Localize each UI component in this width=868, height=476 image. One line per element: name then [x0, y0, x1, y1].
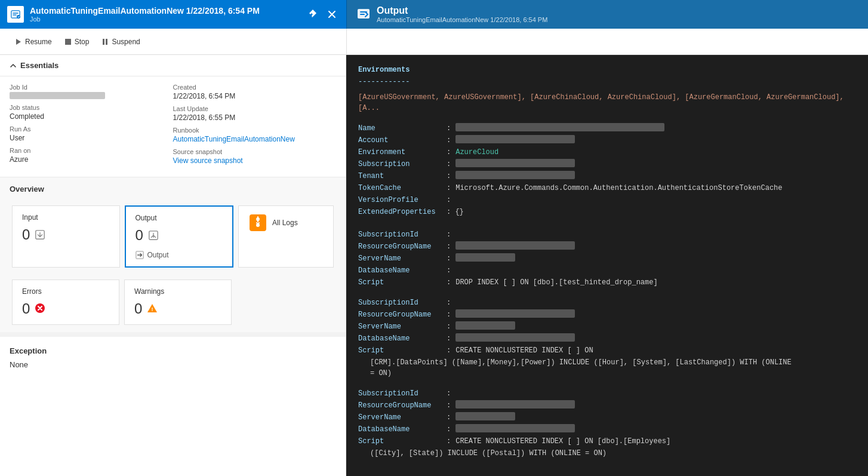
- window-title: AutomaticTuningEmailAutomationNew 1/22/2…: [30, 6, 260, 16]
- server-3-line: ServerName :: [358, 412, 856, 423]
- warnings-card[interactable]: Warnings 0 !: [124, 280, 232, 325]
- name-key: Name: [358, 123, 442, 134]
- window-subtitle: Job: [30, 16, 260, 23]
- overview-cards: Input 0 Output 0: [0, 198, 346, 275]
- all-logs-card[interactable]: All Logs: [238, 205, 334, 268]
- server-3-key: ServerName: [358, 412, 442, 423]
- sub-id-2-key: SubscriptionId: [358, 297, 442, 308]
- right-header: Output AutomaticTuningEmailAutomationNew…: [346, 0, 868, 29]
- script-3-line2: ([City], [State]) INCLUDE ([Postal]) WIT…: [370, 448, 856, 459]
- last-update-value: 1/22/2018, 6:55 PM: [173, 113, 337, 122]
- db-2-line: DatabaseName :: [358, 333, 856, 344]
- exception-value: None: [10, 360, 336, 369]
- job-icon: [7, 6, 24, 23]
- close-button[interactable]: [325, 7, 339, 22]
- rg-1-key: ResourceGroupName: [358, 241, 442, 252]
- last-update-label: Last Update: [173, 105, 337, 112]
- db-group-1: SubscriptionId : ResourceGroupName : Ser…: [358, 229, 856, 288]
- ran-on-label: Ran on: [10, 147, 173, 154]
- toolbar: Resume Stop Suspend: [0, 29, 346, 55]
- svg-rect-7: [106, 39, 107, 45]
- output-count: 0: [136, 227, 143, 244]
- resume-button[interactable]: Resume: [10, 34, 57, 50]
- rg-3-line: ResourceGroupName :: [358, 400, 856, 411]
- errors-warnings-row: Errors 0 Warnings 0 !: [0, 275, 346, 332]
- script-1-key: Script: [358, 277, 442, 288]
- extended-props-line: ExtendedProperties : {}: [358, 207, 856, 217]
- input-card[interactable]: Input 0: [12, 205, 120, 268]
- errors-card[interactable]: Errors 0: [12, 280, 119, 325]
- output-sub-icon: [136, 251, 144, 259]
- account-key: Account: [358, 135, 442, 146]
- db-2-value: [455, 333, 575, 342]
- server-1-value: [455, 253, 515, 262]
- output-card[interactable]: Output 0 Output: [125, 205, 234, 268]
- job-status-item: Job status Completed: [10, 104, 173, 121]
- run-as-value: User: [10, 134, 173, 142]
- environments-label: Environments: [358, 65, 856, 75]
- script-2-line: Script : CREATE NONCLUSTERED INDEX [ ] O…: [358, 345, 856, 356]
- exception-title: Exception: [10, 346, 336, 355]
- db-3-key: DatabaseName: [358, 424, 442, 435]
- svg-rect-5: [65, 39, 71, 45]
- input-card-title: Input: [22, 213, 38, 222]
- sub-id-1-line: SubscriptionId :: [358, 229, 856, 240]
- runbook-link[interactable]: AutomaticTuningEmailAutomationNew: [173, 135, 337, 143]
- created-label: Created: [173, 84, 337, 91]
- server-3-value: [455, 412, 515, 420]
- output-card-icon: [148, 230, 159, 241]
- input-count: 0: [22, 226, 30, 243]
- input-icon: [35, 229, 45, 240]
- ran-on-item: Ran on Azure: [10, 147, 173, 164]
- svg-point-2: [17, 15, 20, 19]
- environments-dash: ------------: [358, 76, 856, 87]
- pin-button[interactable]: [306, 7, 320, 22]
- source-snapshot-label: Source snapshot: [173, 148, 337, 155]
- script-2-continuation: [CRM].[DataPoints] ([Name],[Money],[Powe…: [370, 357, 856, 379]
- environments-value: [AzureUSGovernment, AzureUSGovernment], …: [358, 92, 856, 113]
- rg-2-value: [455, 309, 575, 318]
- environment-value: AzureCloud: [455, 147, 498, 158]
- rg-2-key: ResourceGroupName: [358, 309, 442, 320]
- errors-count: 0: [22, 300, 30, 317]
- output-panel-icon: [356, 7, 371, 22]
- stop-button[interactable]: Stop: [59, 34, 94, 50]
- script-2-value1: CREATE NONCLUSTERED INDEX [ ] ON: [455, 345, 593, 356]
- subscription-line: Subscription :: [358, 159, 856, 170]
- tenant-line: Tenant :: [358, 171, 856, 182]
- script-2-line2: [CRM].[DataPoints] ([Name],[Money],[Powe…: [370, 357, 856, 368]
- script-3-line: Script : CREATE NONCLUSTERED INDEX [ ] O…: [358, 436, 856, 447]
- version-profile-key: VersionProfile: [358, 195, 442, 205]
- exception-section: Exception None: [0, 332, 346, 476]
- job-id-value: [10, 92, 105, 99]
- ran-on-value: Azure: [10, 155, 173, 164]
- token-cache-value: Microsoft.Azure.Commands.Common.Authenti…: [455, 183, 782, 194]
- warnings-label: Warnings: [134, 287, 164, 296]
- warning-icon: !: [147, 300, 158, 317]
- script-1-line: Script : DROP INDEX [ ] ON [dbo].[test_h…: [358, 277, 856, 288]
- run-as-item: Run As User: [10, 125, 173, 142]
- script-2-line3: = ON): [370, 368, 856, 379]
- sub-id-3-key: SubscriptionId: [358, 388, 442, 399]
- essentials-label: Essentials: [20, 61, 59, 70]
- extended-props-key: ExtendedProperties: [358, 207, 442, 217]
- server-2-value: [455, 321, 515, 330]
- job-status-label: Job status: [10, 104, 173, 111]
- environment-key: Environment: [358, 147, 442, 158]
- warnings-count: 0: [134, 300, 142, 317]
- token-cache-key: TokenCache: [358, 183, 442, 194]
- essentials-section-header[interactable]: Essentials: [0, 55, 346, 76]
- rg-2-line: ResourceGroupName :: [358, 309, 856, 320]
- suspend-button[interactable]: Suspend: [96, 34, 144, 50]
- view-source-link[interactable]: View source snapshot: [173, 156, 337, 165]
- subscription-value: [455, 159, 575, 167]
- script-1-value: DROP INDEX [ ] ON [dbo].[test_hinted_dro…: [455, 277, 657, 288]
- run-as-label: Run As: [10, 125, 173, 133]
- server-1-key: ServerName: [358, 253, 442, 264]
- name-value: [455, 123, 664, 131]
- rg-3-value: [455, 400, 575, 409]
- job-id-label: Job Id: [10, 84, 173, 91]
- all-logs-label: All Logs: [272, 219, 298, 227]
- script-3-key: Script: [358, 436, 442, 447]
- left-panel: Essentials Job Id Job status Completed R…: [0, 55, 346, 476]
